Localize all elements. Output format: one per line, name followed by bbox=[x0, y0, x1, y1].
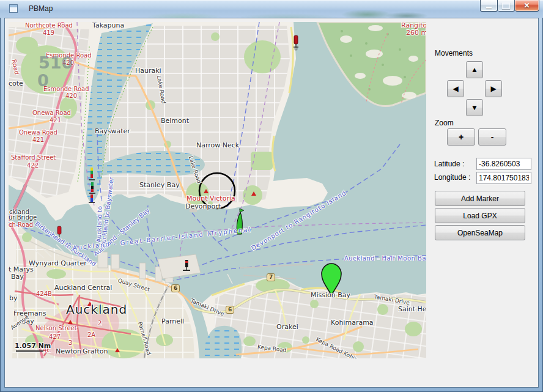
latitude-label: Latitude : bbox=[434, 160, 464, 168]
scale-bar-line bbox=[16, 350, 43, 352]
app-window: PBMap ✕ bbox=[0, 0, 543, 392]
latitude-input[interactable] bbox=[476, 158, 531, 170]
minimize-button[interactable] bbox=[480, 0, 498, 12]
map-graphic bbox=[9, 22, 426, 358]
longitude-input[interactable] bbox=[476, 172, 531, 184]
titlebar[interactable]: PBMap ✕ bbox=[0, 0, 543, 18]
close-button[interactable]: ✕ bbox=[515, 0, 539, 12]
maximize-icon bbox=[502, 2, 510, 9]
zoom-in-button[interactable]: + bbox=[447, 128, 475, 146]
close-icon: ✕ bbox=[523, 1, 530, 11]
move-left-button[interactable]: ◀ bbox=[447, 80, 464, 97]
move-right-button[interactable]: ▶ bbox=[485, 80, 502, 97]
window-title: PBMap bbox=[29, 4, 53, 13]
add-marker-button[interactable]: Add Marker bbox=[435, 191, 525, 206]
longitude-label: Longitude : bbox=[434, 173, 470, 182]
zoom-label: Zoom bbox=[435, 119, 454, 127]
map-view[interactable]: TakapunacoteHaurakiBayswaterBelmontNarro… bbox=[9, 22, 426, 358]
load-gpx-button[interactable]: Load GPX bbox=[435, 208, 525, 223]
zoom-out-button[interactable]: - bbox=[478, 128, 506, 146]
movements-label: Movements bbox=[435, 49, 473, 57]
client-area: TakapunacoteHaurakiBayswaterBelmontNarro… bbox=[4, 18, 539, 388]
maximize-button[interactable] bbox=[498, 0, 515, 12]
app-icon bbox=[9, 4, 18, 13]
minimize-icon bbox=[486, 7, 492, 9]
openseamap-button[interactable]: OpenSeaMap bbox=[435, 225, 525, 240]
red-buoy-west bbox=[57, 226, 61, 242]
move-up-button[interactable]: ▲ bbox=[466, 61, 483, 78]
move-down-button[interactable]: ▼ bbox=[466, 99, 483, 116]
